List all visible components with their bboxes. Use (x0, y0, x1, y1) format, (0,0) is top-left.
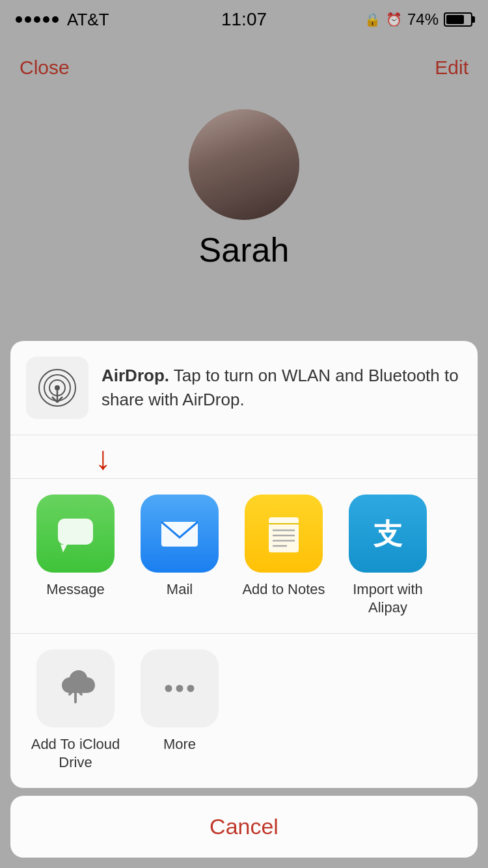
message-icon (36, 495, 115, 573)
app-item-mail[interactable]: Mail (128, 495, 232, 599)
svg-point-17 (176, 685, 183, 692)
share-sheet: AirDrop. Tap to turn on WLAN and Bluetoo… (0, 341, 488, 868)
svg-text:支: 支 (373, 518, 403, 550)
notes-icon (245, 495, 323, 573)
app-label-notes: Add to Notes (242, 580, 325, 599)
svg-rect-5 (58, 519, 93, 545)
notes-icon-svg (261, 511, 306, 556)
arrow-indicator-row: ↓ (10, 435, 478, 478)
app-item-message[interactable]: Message (23, 495, 128, 599)
airdrop-title: AirDrop. (102, 366, 169, 385)
more-icon-box (141, 649, 219, 727)
action-item-more[interactable]: More (128, 649, 232, 754)
down-arrow-icon: ↓ (95, 442, 111, 474)
app-label-alipay: Import with Alipay (336, 580, 440, 617)
share-sheet-overlay: AirDrop. Tap to turn on WLAN and Bluetoo… (0, 0, 488, 868)
airdrop-description: AirDrop. Tap to turn on WLAN and Bluetoo… (102, 364, 462, 411)
airdrop-row[interactable]: AirDrop. Tap to turn on WLAN and Bluetoo… (10, 341, 478, 435)
svg-point-3 (55, 385, 60, 390)
icloud-icon-box (36, 649, 115, 727)
apps-row: Message Mail (10, 478, 478, 633)
cancel-card: Cancel (10, 796, 478, 858)
app-item-notes[interactable]: Add to Notes (232, 495, 336, 599)
alipay-icon-svg: 支 (364, 510, 411, 557)
airdrop-icon-box (26, 357, 88, 419)
mail-icon-svg (156, 510, 203, 557)
cancel-button[interactable]: Cancel (10, 796, 478, 858)
action-label-more: More (163, 735, 196, 754)
action-item-icloud[interactable]: Add To iCloud Drive (23, 649, 128, 772)
mail-icon (141, 495, 219, 573)
svg-point-16 (165, 685, 172, 692)
app-item-alipay[interactable]: 支 Import with Alipay (336, 495, 440, 617)
svg-marker-6 (61, 545, 67, 552)
action-label-icloud: Add To iCloud Drive (23, 735, 128, 772)
share-main-card: AirDrop. Tap to turn on WLAN and Bluetoo… (10, 341, 478, 788)
alipay-icon: 支 (349, 495, 427, 573)
app-label-mail: Mail (167, 580, 193, 599)
airdrop-icon (38, 368, 77, 407)
svg-point-18 (187, 685, 195, 692)
app-label-message: Message (46, 580, 104, 599)
more-icon (157, 666, 202, 711)
icloud-icon (53, 666, 98, 711)
actions-row: Add To iCloud Drive More (10, 633, 478, 788)
message-icon-svg (53, 511, 98, 556)
